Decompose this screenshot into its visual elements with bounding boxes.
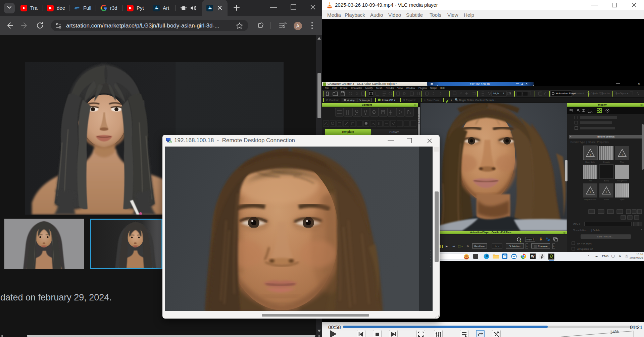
- svg-text:AI Upscale x2: AI Upscale x2: [577, 247, 593, 250]
- svg-text:AO: AO: [589, 180, 592, 182]
- svg-text:Opacity: Opacity: [603, 161, 610, 163]
- svg-text:!: !: [606, 191, 607, 194]
- svg-text:8K / 4K HDR: 8K / 4K HDR: [577, 242, 592, 245]
- svg-text:!: !: [622, 153, 623, 156]
- svg-text:Roughness: Roughness: [617, 180, 627, 182]
- svg-text:Flow: Flow: [620, 161, 625, 163]
- svg-text:| 64 bits: | 64 bits: [591, 229, 600, 232]
- svg-text:!: !: [590, 153, 591, 156]
- svg-text:Bake Texture...: Bake Texture...: [597, 235, 613, 238]
- svg-text:Tessellation: Tessellation: [573, 229, 586, 232]
- svg-text:Offset: Offset: [573, 223, 580, 226]
- svg-text:Displacement: Displacement: [584, 199, 597, 201]
- svg-text:34%: 34%: [610, 329, 619, 335]
- svg-text:!: !: [590, 191, 591, 194]
- svg-text:Spec: Spec: [620, 199, 625, 201]
- svg-text:Bump: Bump: [604, 180, 609, 182]
- svg-text:Base Color: Base Color: [585, 161, 595, 163]
- svg-text:Blend: Blend: [604, 199, 609, 201]
